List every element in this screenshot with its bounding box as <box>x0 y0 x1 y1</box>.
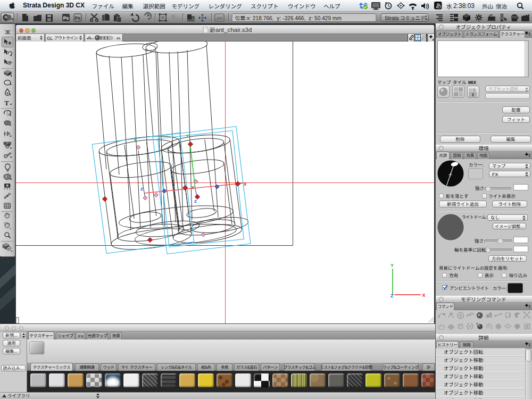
svg-text:Y: Y <box>390 263 394 268</box>
svg-text:X: X <box>192 185 195 190</box>
svg-text:Z: Z <box>194 199 197 204</box>
svg-text:Y: Y <box>134 138 137 143</box>
svg-text:Y: Y <box>186 134 189 138</box>
svg-text:Z: Z <box>390 293 394 298</box>
svg-text:Z: Z <box>140 187 143 192</box>
svg-text:1: 1 <box>452 311 454 314</box>
svg-text:X: X <box>422 293 426 298</box>
svg-text:Ps: Ps <box>75 15 81 21</box>
svg-text:T: T <box>4 99 9 107</box>
svg-text:X: X <box>244 182 247 187</box>
svg-text:UV: UV <box>217 16 223 21</box>
svg-text:Ps: Ps <box>63 15 69 21</box>
